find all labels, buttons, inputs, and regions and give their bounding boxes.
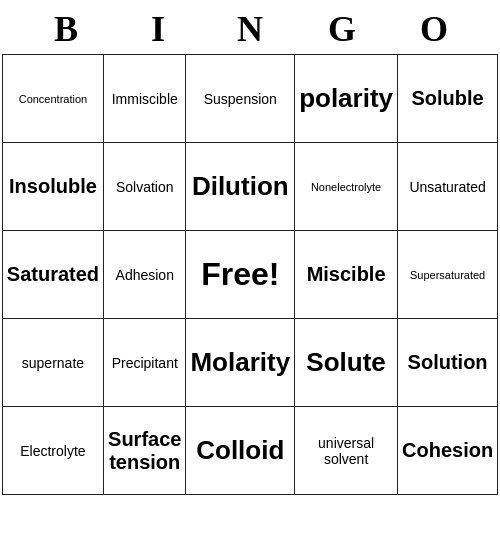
grid-cell: universal solvent xyxy=(295,407,398,495)
cell-text: Molarity xyxy=(190,323,290,402)
grid-cell: Nonelectrolyte xyxy=(295,143,398,231)
cell-text: universal solvent xyxy=(299,411,393,490)
cell-text: Precipitant xyxy=(108,323,181,402)
cell-text: Surface tension xyxy=(108,411,181,490)
grid-cell: Solvation xyxy=(104,143,186,231)
grid-cell: Supersaturated xyxy=(398,231,498,319)
bingo-letter: G xyxy=(298,8,386,50)
grid-cell: Soluble xyxy=(398,55,498,143)
cell-text: Free! xyxy=(190,235,290,314)
cell-text: Solution xyxy=(402,323,493,402)
grid-cell: Colloid xyxy=(186,407,295,495)
grid-cell: Surface tension xyxy=(104,407,186,495)
cell-text: Dilution xyxy=(190,147,290,226)
grid-cell: supernate xyxy=(2,319,103,407)
cell-text: Concentration xyxy=(7,59,99,138)
cell-text: supernate xyxy=(7,323,99,402)
bingo-letter: O xyxy=(390,8,478,50)
cell-text: Nonelectrolyte xyxy=(299,147,393,226)
bingo-letter: B xyxy=(22,8,110,50)
grid-cell: Cohesion xyxy=(398,407,498,495)
cell-text: Soluble xyxy=(402,59,493,138)
grid-cell: Insoluble xyxy=(2,143,103,231)
grid-cell: Free! xyxy=(186,231,295,319)
grid-cell: Solute xyxy=(295,319,398,407)
grid-cell: Miscible xyxy=(295,231,398,319)
cell-text: Colloid xyxy=(190,411,290,490)
cell-text: Insoluble xyxy=(7,147,99,226)
cell-text: Miscible xyxy=(299,235,393,314)
cell-text: Unsaturated xyxy=(402,147,493,226)
grid-cell: Saturated xyxy=(2,231,103,319)
grid-cell: Precipitant xyxy=(104,319,186,407)
grid-cell: Adhesion xyxy=(104,231,186,319)
grid-cell: Immiscible xyxy=(104,55,186,143)
cell-text: Supersaturated xyxy=(402,235,493,314)
bingo-header: BINGO xyxy=(20,0,480,54)
bingo-letter: I xyxy=(114,8,202,50)
cell-text: Adhesion xyxy=(108,235,181,314)
grid-cell: Suspension xyxy=(186,55,295,143)
grid-cell: Dilution xyxy=(186,143,295,231)
bingo-grid: ConcentrationImmiscibleSuspensionpolarit… xyxy=(2,54,498,495)
cell-text: polarity xyxy=(299,59,393,138)
bingo-letter: N xyxy=(206,8,294,50)
grid-cell: Solution xyxy=(398,319,498,407)
cell-text: Cohesion xyxy=(402,411,493,490)
cell-text: Immiscible xyxy=(108,59,181,138)
cell-text: Electrolyte xyxy=(7,411,99,490)
grid-cell: Unsaturated xyxy=(398,143,498,231)
grid-cell: Electrolyte xyxy=(2,407,103,495)
cell-text: Saturated xyxy=(7,235,99,314)
cell-text: Suspension xyxy=(190,59,290,138)
grid-cell: polarity xyxy=(295,55,398,143)
grid-cell: Concentration xyxy=(2,55,103,143)
cell-text: Solute xyxy=(299,323,393,402)
grid-cell: Molarity xyxy=(186,319,295,407)
cell-text: Solvation xyxy=(108,147,181,226)
